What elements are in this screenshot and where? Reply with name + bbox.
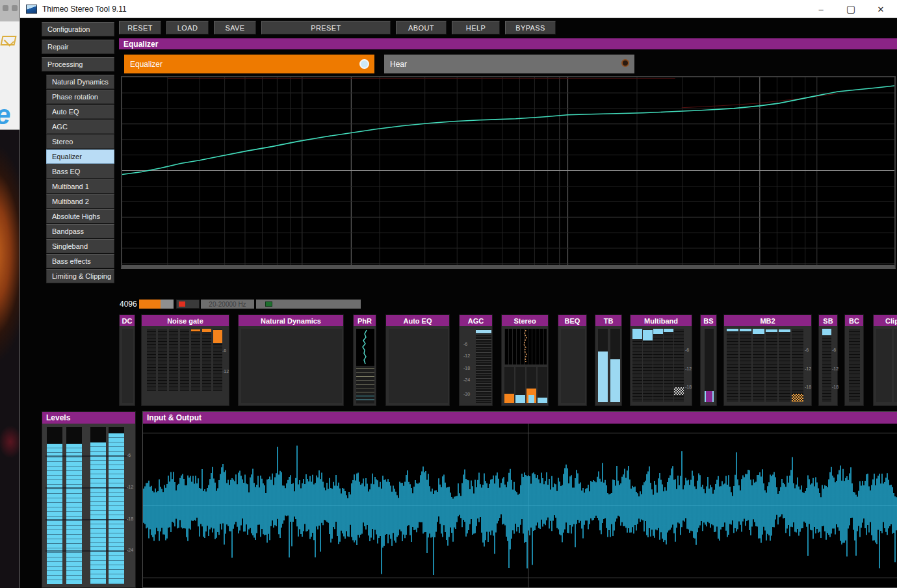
help-button[interactable]: HELP bbox=[452, 21, 500, 34]
stereo-bar bbox=[526, 367, 536, 403]
meter-bc-header: BC bbox=[845, 315, 863, 326]
meter-sb-header: SB bbox=[819, 315, 837, 326]
clip-bar bbox=[894, 329, 897, 402]
meter-phr-body bbox=[354, 326, 376, 405]
sidebar-item-auto-eq[interactable]: Auto EQ bbox=[46, 105, 114, 119]
meter-sb-cap bbox=[822, 329, 831, 335]
io-panel: Input & Output bbox=[142, 411, 897, 588]
sidebar-item-configuration[interactable]: Configuration bbox=[42, 22, 114, 36]
sidebar-item-stereo[interactable]: Stereo bbox=[46, 134, 114, 149]
green-slider-knob[interactable] bbox=[265, 301, 272, 307]
meter-scale-label: -12 bbox=[832, 366, 838, 371]
meter-bs-body bbox=[701, 326, 716, 405]
meter-scale-label: -12 bbox=[463, 353, 470, 358]
red-slider-knob[interactable] bbox=[179, 301, 185, 307]
phr-stripe-line bbox=[356, 400, 374, 400]
sidebar-item-bass-effects[interactable]: Bass effects bbox=[46, 254, 114, 268]
meter-natural-dynamics-header: Natural Dynamics bbox=[239, 315, 343, 326]
meter-dc-area bbox=[122, 329, 133, 403]
maximize-button[interactable]: ▢ bbox=[840, 0, 862, 18]
sidebar-item-absolute-highs[interactable]: Absolute Highs bbox=[46, 209, 114, 224]
sidebar-item-multiband-2[interactable]: Multiband 2 bbox=[46, 194, 114, 209]
meter-scale-label: -30 bbox=[463, 392, 470, 396]
sidebar-item-natural-dynamics[interactable]: Natural Dynamics bbox=[46, 75, 114, 89]
meter-scale-label: -6 bbox=[222, 348, 226, 353]
levels-scale-label: -12 bbox=[127, 485, 133, 489]
meter-beq-header: BEQ bbox=[558, 315, 586, 326]
meter-natural-dynamics-area bbox=[241, 329, 342, 403]
reset-button[interactable]: RESET bbox=[119, 21, 161, 34]
phr-stripe-line bbox=[356, 376, 374, 377]
stereo-goniometer-trace bbox=[504, 329, 547, 364]
meter-sb-column bbox=[822, 329, 831, 402]
meter-mb2-cap bbox=[753, 329, 764, 334]
meter-mb2-cap bbox=[727, 329, 738, 331]
internet-explorer-icon: e bbox=[0, 99, 10, 131]
meter-clip: Clip bbox=[873, 314, 897, 406]
agc-meter-column bbox=[476, 329, 491, 403]
bypass-button[interactable]: BYPASS bbox=[505, 21, 556, 34]
meter-multiband-header: Multiband bbox=[630, 315, 692, 326]
io-waveform-trace bbox=[143, 424, 897, 588]
fft-size-slider[interactable] bbox=[139, 300, 174, 309]
meter-bs: BS bbox=[700, 314, 717, 406]
equalizer-toggle[interactable]: Equalizer bbox=[124, 55, 374, 73]
stereo-bar-fill bbox=[526, 389, 536, 403]
about-button[interactable]: ABOUT bbox=[396, 21, 447, 34]
meter-agc: AGC-6-12-18-24-30 bbox=[459, 314, 493, 406]
meter-noise-gate-column bbox=[213, 329, 222, 391]
load-button[interactable]: LOAD bbox=[166, 21, 209, 34]
levels-bar bbox=[109, 427, 124, 584]
sidebar-item-processing[interactable]: Processing bbox=[42, 57, 114, 71]
meter-multiband-column bbox=[643, 329, 653, 402]
meter-scale-label: -18 bbox=[463, 366, 470, 370]
meter-dc-body bbox=[120, 326, 135, 405]
meter-multiband-body: -6-12-18 bbox=[630, 326, 692, 405]
green-slider[interactable] bbox=[256, 300, 361, 309]
meter-stereo-body bbox=[502, 326, 548, 405]
meter-noise-gate-cap bbox=[213, 330, 222, 343]
io-header: Input & Output bbox=[143, 412, 897, 424]
equalizer-toggle-knob[interactable] bbox=[359, 59, 369, 69]
io-waveform bbox=[143, 424, 897, 587]
close-button[interactable]: ✕ bbox=[870, 0, 892, 18]
eq-graph[interactable] bbox=[122, 77, 894, 265]
eq-graph-frame[interactable] bbox=[121, 76, 896, 269]
hear-toggle-knob[interactable] bbox=[621, 59, 629, 67]
hear-toggle-label: Hear bbox=[390, 60, 407, 69]
agc-meter-cap bbox=[476, 330, 491, 333]
sidebar-item-limiting-clipping[interactable]: Limiting & Clipping bbox=[46, 269, 114, 283]
preset-button[interactable]: PRESET bbox=[261, 21, 391, 34]
save-button[interactable]: SAVE bbox=[214, 21, 256, 34]
sidebar-item-repair[interactable]: Repair bbox=[42, 40, 114, 54]
bs-bar-block bbox=[705, 391, 714, 402]
fft-size-slider-fill bbox=[139, 300, 161, 309]
meter-sb: SB-6-12-18 bbox=[818, 314, 838, 406]
levels-scale-label: -24 bbox=[127, 548, 133, 552]
sidebar-item-phase-rotation[interactable]: Phase rotation bbox=[46, 90, 114, 104]
sidebar-item-bandpass[interactable]: Bandpass bbox=[46, 224, 114, 238]
meter-natural-dynamics-body bbox=[239, 326, 343, 405]
sidebar-item-singleband[interactable]: Singleband bbox=[46, 239, 114, 253]
hear-toggle[interactable]: Hear bbox=[384, 55, 634, 73]
frequency-range-button[interactable]: 20-20000 Hz bbox=[201, 300, 254, 309]
meter-auto-eq-body bbox=[386, 326, 449, 405]
meter-multiband: Multiband-6-12-18 bbox=[630, 314, 692, 406]
minimize-button[interactable]: – bbox=[810, 0, 832, 18]
screen: e Thimeo Stereo Tool 9.11 – ▢ ✕ RESETLOA… bbox=[0, 0, 897, 588]
meter-multiband-column bbox=[674, 329, 684, 402]
red-slider[interactable] bbox=[176, 300, 200, 309]
sidebar-item-bass-eq[interactable]: Bass EQ bbox=[46, 164, 114, 179]
sidebar-item-agc[interactable]: AGC bbox=[46, 120, 114, 134]
sidebar-item-equalizer[interactable]: Equalizer bbox=[46, 149, 114, 164]
meter-scale-label: -12 bbox=[222, 369, 229, 374]
meter-noise-gate-column bbox=[202, 329, 211, 391]
meter-multiband-column bbox=[632, 329, 642, 402]
sidebar-item-multiband-1[interactable]: Multiband 1 bbox=[46, 179, 114, 194]
stereo-bar bbox=[504, 367, 514, 403]
meter-mb2-column bbox=[792, 329, 803, 402]
levels-bar bbox=[47, 427, 62, 584]
meter-bc: BC bbox=[844, 314, 864, 406]
meter-mb2: MB2-6-12-18 bbox=[723, 314, 812, 406]
meter-mb2-column bbox=[779, 329, 790, 402]
